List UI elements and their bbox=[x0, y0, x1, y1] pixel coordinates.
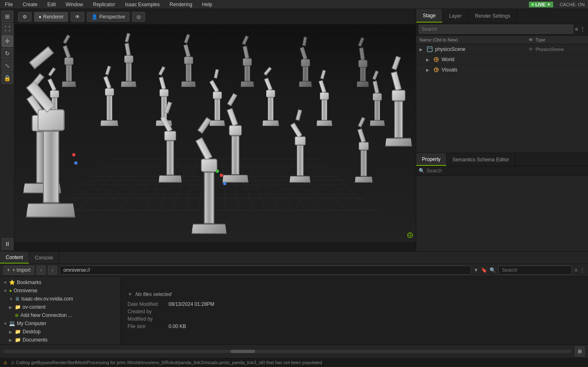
tab-render-settings[interactable]: Render Settings bbox=[468, 9, 517, 23]
content-area: ▼ ⭐ Bookmarks ▼ ● Omniverse ▼ 🖥 isaac-de… bbox=[0, 277, 588, 344]
property-panel: Property Semantics Schema Editor 🔍 bbox=[416, 153, 588, 251]
file-item-isaac-server[interactable]: ▼ 🖥 isaac-dev.ov.nvidia.com bbox=[0, 295, 121, 303]
server-icon: 🖥 bbox=[15, 296, 20, 302]
live-dot bbox=[531, 3, 534, 6]
scrollbar-thumb[interactable] bbox=[230, 350, 255, 353]
viewport-corner-indicator[interactable] bbox=[407, 232, 413, 240]
camera-view-btn[interactable]: 👁 bbox=[71, 12, 84, 22]
renderer-label: Renderer bbox=[43, 14, 64, 20]
tree-item-world[interactable]: ▶ World bbox=[416, 55, 588, 65]
omniverse-icon: ● bbox=[9, 288, 12, 294]
folder-icon: 📁 bbox=[15, 337, 21, 343]
renderer-btn[interactable]: ● Renderer bbox=[34, 12, 68, 22]
import-btn[interactable]: + + Import bbox=[3, 266, 34, 275]
robot-arm-mid-foreground bbox=[199, 170, 219, 234]
scene-icon bbox=[426, 46, 433, 53]
preview-controls: ⊞ bbox=[0, 344, 588, 358]
expand-icon[interactable]: ▶ bbox=[419, 47, 426, 52]
expand-icon[interactable]: ▶ bbox=[426, 68, 433, 72]
filter-dropdown-icon[interactable]: ▼ bbox=[474, 267, 479, 273]
file-item-my-computer[interactable]: ▼ 💻 My Computer bbox=[0, 319, 121, 328]
tab-content[interactable]: Content bbox=[0, 252, 29, 264]
settings-btn[interactable]: ⚙ bbox=[18, 12, 32, 22]
file-info-table: Date Modified 08/13/2024 01:28PM Created… bbox=[128, 300, 581, 330]
menu-item-help[interactable]: Help bbox=[201, 1, 214, 8]
stage-search-input[interactable] bbox=[419, 25, 573, 34]
tab-semantics[interactable]: Semantics Schema Editor bbox=[447, 153, 515, 166]
content-search-input[interactable] bbox=[498, 266, 572, 275]
file-item-omniverse[interactable]: ▼ ● Omniverse bbox=[0, 287, 121, 295]
robot-arm-right bbox=[390, 86, 408, 147]
robot-arm-mr4 bbox=[355, 117, 373, 183]
content-menu-icon[interactable]: ⋮ bbox=[580, 267, 585, 273]
robot-arm-mr1 bbox=[158, 101, 182, 183]
menu-item-edit[interactable]: Edit bbox=[46, 1, 57, 8]
expand-icon: ▼ bbox=[3, 280, 9, 285]
cache-status: CACHE: ON bbox=[560, 2, 585, 7]
visibility-icon[interactable]: 👁 bbox=[526, 47, 536, 52]
back-btn[interactable]: ‹ bbox=[36, 266, 46, 275]
computer-icon: 💻 bbox=[9, 321, 15, 326]
menu-item-replicator[interactable]: Replicator bbox=[91, 1, 117, 8]
menu-item-isaac[interactable]: Isaac Examples bbox=[123, 1, 162, 8]
pause-btn[interactable]: ⏸ bbox=[2, 238, 13, 250]
visuals-icon bbox=[433, 66, 440, 73]
snap-btn[interactable]: 🔒 bbox=[2, 72, 13, 84]
chevron-down-icon: ▼ bbox=[547, 2, 551, 7]
menu-item-rendering[interactable]: Rendering bbox=[168, 1, 194, 8]
rotate-btn[interactable]: ↻ bbox=[2, 48, 13, 59]
folder-icon: 📁 bbox=[15, 304, 21, 310]
fit-view-btn[interactable]: ⛶ bbox=[2, 23, 13, 34]
plus-icon: + bbox=[7, 267, 10, 273]
file-info-file-size: File size 0.00 KB bbox=[128, 323, 581, 330]
expand-icon: ▶ bbox=[9, 330, 15, 334]
transform-btn[interactable]: ✛ bbox=[2, 35, 13, 47]
bookmarks-icon: ⭐ bbox=[9, 280, 15, 285]
path-input[interactable] bbox=[59, 266, 471, 275]
tab-property[interactable]: Property bbox=[416, 153, 447, 166]
content-filter-icon[interactable]: ≡ bbox=[574, 267, 577, 273]
audio-icon: ◎ bbox=[137, 14, 141, 20]
scale-btn[interactable]: ⤡ bbox=[2, 60, 13, 71]
grid-view-btn[interactable]: ⊞ bbox=[575, 346, 585, 356]
content-toolbar: + + Import ‹ › ▼ 🔖 🔍 ≡ ⋮ bbox=[0, 264, 588, 277]
bookmark-icon[interactable]: 🔖 bbox=[481, 267, 487, 273]
camera-icon: 👁 bbox=[75, 14, 80, 20]
viewport-3d[interactable] bbox=[15, 25, 416, 242]
bottom-tabs: Content Console bbox=[0, 252, 588, 264]
property-search-input[interactable] bbox=[426, 168, 586, 174]
left-toolbar: ⊞ ⛶ ✛ ↻ ⤡ 🔒 ⏸ bbox=[0, 9, 15, 251]
file-item-desktop[interactable]: ▶ 📁 Desktop bbox=[0, 328, 121, 336]
menu-item-window[interactable]: Window bbox=[64, 1, 85, 8]
menu-item-file[interactable]: File bbox=[3, 1, 14, 8]
warning-icon: ⚠ bbox=[3, 360, 7, 365]
file-tree: ▼ ⭐ Bookmarks ▼ ● Omniverse ▼ 🖥 isaac-de… bbox=[0, 277, 121, 344]
property-content bbox=[416, 176, 588, 251]
tree-item-visuals[interactable]: ▶ Visuals bbox=[416, 65, 588, 75]
tab-console[interactable]: Console bbox=[29, 252, 59, 264]
file-info-created-by: Created by bbox=[128, 308, 581, 315]
file-item-bookmarks[interactable]: ▼ ⭐ Bookmarks bbox=[0, 278, 121, 287]
forward-btn[interactable]: › bbox=[48, 266, 57, 275]
more-options-icon[interactable]: ⋮ bbox=[580, 26, 586, 32]
tree-item-physics-scene[interactable]: ▶ physicsScene 👁 PhysicsScene bbox=[416, 44, 588, 55]
live-label: LIVE bbox=[536, 2, 545, 7]
robot-arm-12 bbox=[317, 70, 333, 126]
robot-arm-11 bbox=[262, 67, 279, 126]
expand-icon[interactable]: ▶ bbox=[426, 57, 433, 62]
file-item-add-connection[interactable]: ⊕ Add New Connection ... bbox=[0, 311, 121, 319]
scrollbar-track[interactable] bbox=[3, 350, 572, 353]
filter-icon[interactable]: ≡ bbox=[575, 26, 578, 32]
viewport-toolbar: ⚙ ● Renderer 👁 👤 Perspective ◎ bbox=[15, 9, 416, 25]
tab-stage[interactable]: Stage bbox=[416, 9, 442, 23]
file-item-documents[interactable]: ▶ 📁 Documents bbox=[0, 336, 121, 344]
audio-btn[interactable]: ◎ bbox=[132, 12, 145, 22]
folder-icon: 📁 bbox=[15, 329, 21, 335]
select-tool-btn[interactable]: ⊞ bbox=[2, 11, 13, 22]
file-item-ov-content[interactable]: ▶ 📁 ov-content bbox=[0, 303, 121, 311]
search-toggle-icon[interactable]: 🔍 bbox=[490, 267, 496, 273]
status-message: ⚠ Calling getBypassRenderSkelMeshProcess… bbox=[11, 360, 585, 365]
menu-item-create[interactable]: Create bbox=[21, 1, 39, 8]
perspective-btn[interactable]: 👤 Perspective bbox=[87, 12, 130, 22]
tab-layer[interactable]: Layer bbox=[442, 9, 468, 23]
